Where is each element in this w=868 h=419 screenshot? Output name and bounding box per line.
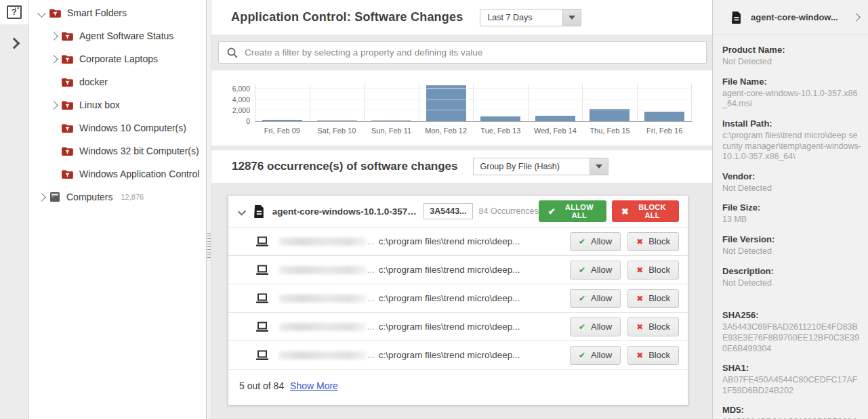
detail-field-value: Not Detected bbox=[722, 57, 861, 68]
x-axis-tick-label: Thu, Feb 15 bbox=[583, 127, 638, 135]
details-panel: agent-core-window... Product Name:Not De… bbox=[712, 0, 868, 419]
detail-field-value: Not Detected bbox=[722, 246, 861, 257]
detail-field-install-path: Install Path:c:\program files\trend micr… bbox=[722, 118, 861, 162]
check-icon: ✔ bbox=[579, 322, 585, 332]
sidebar-item-computers[interactable]: Computers12,876 bbox=[29, 185, 206, 208]
sidebar-item-windows-10-computer-s[interactable]: Windows 10 Computer(s) bbox=[29, 116, 206, 139]
x-icon: ✖ bbox=[636, 351, 643, 360]
group-card-header: agent-core-windows-10.1.0-357.x86_64... … bbox=[228, 196, 688, 227]
redacted-computer-name bbox=[279, 238, 366, 246]
chevron-right-icon[interactable] bbox=[48, 56, 59, 62]
hash-badge[interactable]: 3A5443... bbox=[423, 203, 472, 219]
chevron-right-icon[interactable] bbox=[48, 102, 59, 108]
time-range-dropdown[interactable]: Last 7 Days bbox=[480, 9, 581, 26]
smart-folder-icon bbox=[49, 9, 61, 18]
expand-details-icon[interactable] bbox=[852, 13, 861, 22]
chart-bar[interactable] bbox=[590, 109, 629, 121]
block-button[interactable]: ✖Block bbox=[627, 317, 679, 336]
panel-splitter[interactable] bbox=[207, 0, 211, 419]
chevron-glyph bbox=[49, 101, 58, 110]
software-change-row: ...c:\program files\trend micro\deep...✔… bbox=[228, 312, 688, 340]
block-button[interactable]: ✖Block bbox=[627, 289, 679, 308]
results-area: agent-core-windows-10.1.0-357.x86_64... … bbox=[211, 183, 712, 419]
computer-icon bbox=[255, 236, 269, 247]
allow-button[interactable]: ✔Allow bbox=[570, 289, 621, 308]
detail-field-label: File Version: bbox=[722, 234, 861, 244]
help-icon[interactable]: ? bbox=[7, 5, 22, 19]
chart-bar[interactable] bbox=[317, 120, 357, 121]
detail-field-value: Not Detected bbox=[722, 183, 861, 194]
allow-button[interactable]: ✔Allow bbox=[570, 261, 621, 280]
software-change-row: ...c:\program files\trend micro\deep...✔… bbox=[228, 227, 688, 255]
y-axis-tick-label: 2,000 bbox=[222, 106, 250, 114]
x-axis-tick-label: Fri, Feb 09 bbox=[255, 127, 310, 135]
allow-all-button[interactable]: ✔ ALLOW ALL bbox=[539, 200, 606, 222]
main-content: Application Control: Software Changes La… bbox=[211, 0, 712, 419]
redacted-computer-name bbox=[279, 294, 366, 303]
chart-bar[interactable] bbox=[262, 120, 302, 121]
band-divider bbox=[211, 146, 712, 150]
computer-icon bbox=[255, 265, 269, 275]
sidebar-item-corporate-laptops[interactable]: Corporate Laptops bbox=[29, 47, 206, 70]
sidebar-item-smart-folders[interactable]: Smart Folders bbox=[29, 1, 206, 24]
filter-search-input[interactable]: Create a filter by selecting a property … bbox=[218, 41, 707, 64]
group-by-dropdown[interactable]: Group By File (Hash) bbox=[473, 158, 608, 175]
detail-field-file-version: File Version:Not Detected bbox=[722, 234, 861, 257]
detail-field-file-name: File Name:agent-core-windows-10.1.0-357.… bbox=[722, 76, 861, 110]
sidebar-item-label: Linux box bbox=[79, 100, 120, 110]
computer-icon bbox=[49, 192, 60, 202]
group-file-name: agent-core-windows-10.1.0-357.x86_64... bbox=[272, 206, 418, 217]
collapse-panel-button[interactable] bbox=[0, 24, 28, 62]
sidebar-item-linux-box[interactable]: Linux box bbox=[29, 93, 206, 116]
chart-bar[interactable] bbox=[644, 112, 684, 121]
redacted-ellipsis: ... bbox=[367, 293, 375, 303]
allow-button[interactable]: ✔Allow bbox=[570, 346, 621, 365]
details-fields: Product Name:Not DetectedFile Name:agent… bbox=[713, 35, 868, 419]
chart-bar[interactable] bbox=[480, 116, 520, 121]
detail-field-label: Product Name: bbox=[722, 45, 861, 55]
details-header: agent-core-window... bbox=[713, 0, 868, 35]
allow-button[interactable]: ✔Allow bbox=[570, 232, 621, 251]
block-button[interactable]: ✖Block bbox=[627, 261, 679, 280]
allow-button[interactable]: ✔Allow bbox=[570, 317, 621, 336]
block-button[interactable]: ✖Block bbox=[627, 232, 679, 251]
occurrence-count: 84 Occurrences bbox=[479, 206, 539, 216]
detail-field-value: 13 MB bbox=[722, 215, 861, 225]
x-icon: ✖ bbox=[636, 265, 643, 275]
detail-field-md5: MD5:02150914CD0A1C01030B65E88840BC6F bbox=[722, 405, 861, 419]
y-axis-tick-label: 6,000 bbox=[222, 85, 250, 93]
block-all-button[interactable]: ✖ BLOCK ALL bbox=[612, 200, 679, 222]
detail-field-value: c:\program files\trend micro\deep securi… bbox=[722, 131, 861, 162]
detail-field-label: SHA256: bbox=[722, 310, 861, 320]
block-label: Block bbox=[648, 322, 670, 332]
filter-placeholder: Create a filter by selecting a property … bbox=[245, 47, 482, 58]
redacted-computer-name bbox=[279, 351, 366, 359]
chevron-right-icon[interactable] bbox=[36, 194, 47, 200]
show-more-link[interactable]: Show More bbox=[290, 380, 338, 391]
block-label: Block bbox=[648, 265, 670, 275]
detail-field-value: 3A5443C69F8AD2611210E4FD83BE93E3E76F8B97… bbox=[722, 322, 861, 354]
detail-field-value: agent-core-windows-10.1.0-357.x86_64.msi bbox=[722, 89, 861, 110]
block-button[interactable]: ✖Block bbox=[627, 346, 679, 365]
sidebar-item-windows-32-bit-computer-s[interactable]: Windows 32 bit Computer(s) bbox=[29, 139, 206, 162]
sidebar-item-windows-application-control[interactable]: Windows Application Control bbox=[29, 162, 206, 185]
check-icon: ✔ bbox=[579, 265, 585, 275]
software-changes-chart: 02,0004,0006,000 Fri, Feb 09Sat, Feb 10S… bbox=[211, 70, 712, 146]
chevron-down-icon[interactable] bbox=[36, 10, 47, 16]
chevron-right-icon[interactable] bbox=[48, 33, 59, 39]
chevron-glyph bbox=[37, 9, 46, 18]
sidebar-item-agent-software-status[interactable]: Agent Software Status bbox=[29, 24, 206, 47]
detail-field-description: Description:Not Detected bbox=[722, 266, 861, 289]
chart-bar[interactable] bbox=[426, 85, 466, 121]
chart-bar[interactable] bbox=[535, 116, 575, 121]
chart-bar-slot bbox=[474, 84, 529, 121]
allow-label: Allow bbox=[591, 265, 612, 275]
allow-label: Allow bbox=[591, 293, 612, 303]
chart-x-axis-labels: Fri, Feb 09Sat, Feb 10Sun, Feb 11Mon, Fe… bbox=[255, 127, 692, 135]
smart-folder-icon bbox=[62, 170, 73, 179]
smart-folder-icon bbox=[62, 55, 73, 64]
sidebar-item-docker[interactable]: docker bbox=[29, 70, 206, 93]
collapse-group-icon[interactable] bbox=[238, 207, 246, 215]
chart-bar[interactable] bbox=[371, 120, 411, 121]
detail-field-label: MD5: bbox=[722, 405, 861, 415]
